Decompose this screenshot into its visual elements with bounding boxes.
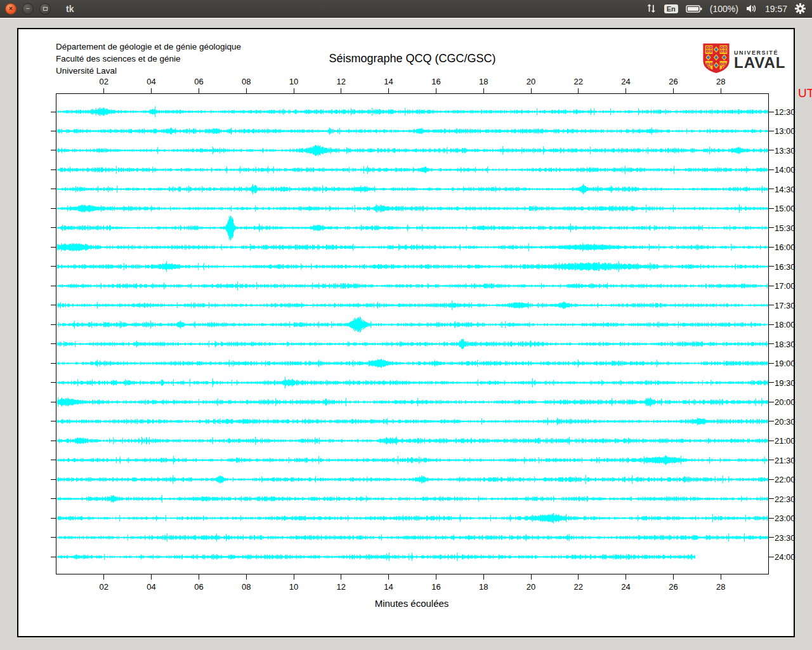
- row-tick-right: [769, 131, 774, 131]
- seismograph-canvas-frame: Département de géologie et de génie géol…: [17, 28, 795, 637]
- x-tick-label-bottom: 28: [716, 582, 725, 592]
- row-tick-left: [51, 363, 56, 364]
- utc-row-label: 22:00: [775, 475, 796, 484]
- row-tick-left: [51, 247, 56, 248]
- x-tick-label-top: 16: [431, 77, 440, 86]
- minimize-button[interactable]: −: [22, 3, 34, 15]
- x-tick-label-bottom: 02: [100, 582, 108, 592]
- row-tick-left: [51, 498, 56, 499]
- utc-row-label: 14:30: [775, 184, 796, 194]
- utc-row-label: 19:00: [775, 359, 796, 368]
- x-tick-label-top: 08: [242, 77, 251, 86]
- utc-row-label: 23:30: [775, 533, 796, 542]
- x-tick-bottom: [199, 574, 199, 580]
- helicorder-plot: UTC 020204040606080810101212141416161818…: [56, 93, 769, 574]
- x-tick-label-top: 02: [100, 77, 108, 86]
- row-tick-right: [769, 324, 774, 325]
- row-tick-left: [51, 518, 56, 519]
- x-tick-bottom: [436, 574, 436, 580]
- row-tick-left: [51, 189, 56, 189]
- row-tick-left: [51, 343, 56, 344]
- x-tick-bottom: [625, 574, 626, 580]
- row-tick-left: [51, 402, 56, 402]
- utc-row-label: 17:00: [775, 281, 796, 291]
- row-tick-left: [51, 441, 56, 441]
- x-tick-top: [151, 88, 152, 93]
- row-tick-right: [769, 382, 774, 383]
- x-tick-label-top: 18: [479, 77, 488, 86]
- x-tick-bottom: [103, 574, 104, 580]
- row-tick-left: [51, 169, 56, 170]
- x-tick-bottom: [151, 574, 152, 580]
- x-tick-top: [294, 88, 294, 93]
- row-tick-left: [51, 460, 56, 460]
- x-tick-label-top: 26: [669, 77, 678, 86]
- utc-row-label: 15:30: [775, 223, 796, 232]
- battery-icon[interactable]: [686, 4, 702, 13]
- utc-row-label: 21:30: [775, 455, 796, 465]
- x-tick-label-top: 20: [527, 77, 535, 86]
- x-tick-bottom: [673, 574, 674, 580]
- window-titlebar: × − tk En (100%): [0, 0, 812, 18]
- x-tick-bottom: [578, 574, 579, 580]
- row-tick-right: [769, 305, 774, 305]
- row-tick-left: [51, 479, 56, 480]
- text-direction-icon[interactable]: [646, 4, 657, 14]
- x-tick-top: [341, 88, 341, 93]
- row-tick-left: [51, 286, 56, 286]
- row-tick-right: [769, 479, 774, 480]
- session-gear-icon[interactable]: [795, 3, 806, 14]
- utc-row-label: 24:00: [775, 552, 796, 562]
- utc-axis-label: UTC: [798, 86, 812, 100]
- utc-row-label: 19:30: [775, 378, 796, 387]
- row-tick-right: [769, 460, 774, 460]
- utc-row-label: 18:00: [775, 320, 796, 329]
- x-tick-label-bottom: 06: [194, 582, 203, 592]
- x-tick-top: [625, 88, 626, 93]
- row-tick-left: [51, 305, 56, 305]
- row-tick-right: [769, 227, 774, 228]
- row-tick-left: [51, 557, 56, 557]
- row-tick-right: [769, 498, 774, 499]
- x-tick-label-top: 24: [621, 77, 630, 86]
- keyboard-layout-indicator[interactable]: En: [664, 4, 678, 13]
- volume-icon[interactable]: [746, 4, 757, 13]
- row-tick-right: [769, 112, 774, 112]
- x-tick-top: [199, 88, 199, 93]
- laval-wordmark-line2: LAVAL: [734, 56, 785, 70]
- row-tick-left: [51, 266, 56, 267]
- x-tick-bottom: [483, 574, 484, 580]
- utc-row-label: 20:00: [775, 397, 796, 407]
- row-tick-right: [769, 363, 774, 364]
- window-controls: × −: [0, 3, 51, 15]
- row-tick-left: [51, 208, 56, 209]
- utc-row-label: 13:30: [775, 145, 796, 155]
- row-tick-right: [769, 247, 774, 248]
- x-tick-label-top: 12: [337, 77, 346, 86]
- maximize-button[interactable]: [39, 3, 51, 15]
- row-tick-right: [769, 266, 774, 267]
- row-tick-right: [769, 208, 774, 209]
- institution-line-2: Faculté des sciences et de génie: [56, 53, 241, 65]
- x-tick-label-top: 06: [194, 77, 203, 86]
- clock[interactable]: 19:57: [765, 4, 787, 14]
- window-title: tk: [66, 4, 74, 14]
- universite-laval-logo: UNIVERSITÉ LAVAL: [703, 43, 785, 76]
- x-tick-top: [673, 88, 674, 93]
- x-tick-top: [388, 88, 389, 93]
- utc-row-label: 16:00: [775, 242, 796, 252]
- page-title: Séismographe QCQ (CGC/GSC): [329, 52, 495, 65]
- utc-row-label: 17:30: [775, 300, 796, 310]
- laval-wordmark: UNIVERSITÉ LAVAL: [734, 50, 785, 70]
- x-tick-label-bottom: 14: [384, 582, 393, 592]
- x-tick-top: [246, 88, 247, 93]
- x-tick-label-bottom: 22: [574, 582, 583, 592]
- close-button[interactable]: ×: [5, 3, 16, 15]
- system-tray: En (100%) 19:57: [646, 3, 812, 14]
- utc-row-label: 14:00: [775, 165, 796, 175]
- utc-row-label: 23:00: [775, 514, 796, 523]
- row-tick-left: [51, 382, 56, 383]
- row-tick-right: [769, 402, 774, 402]
- x-tick-label-top: 22: [574, 77, 583, 86]
- x-tick-label-bottom: 24: [621, 582, 630, 592]
